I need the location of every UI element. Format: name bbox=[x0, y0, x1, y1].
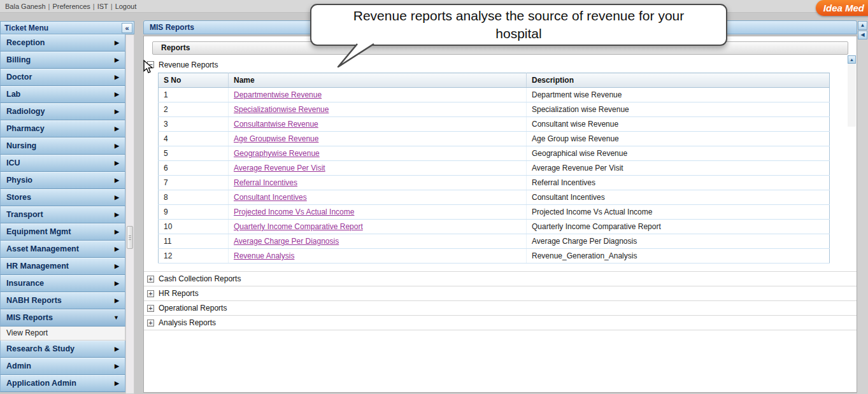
sidebar-item-hr-management[interactable]: HR Management▶ bbox=[0, 258, 125, 275]
cell-description: Average Charge Per Diagnosis bbox=[527, 234, 830, 249]
sidebar-item-equipment-mgmt[interactable]: Equipment Mgmt▶ bbox=[0, 223, 125, 241]
sidebar-item-application-admin[interactable]: Application Admin▶ bbox=[0, 375, 125, 392]
sidebar-item-label: Admin bbox=[6, 362, 31, 370]
sidebar-item-admin[interactable]: Admin▶ bbox=[0, 358, 125, 375]
section-cash-collection-reports[interactable]: +Cash Collection Reports bbox=[144, 272, 857, 286]
chevron-right-icon: ▶ bbox=[115, 125, 119, 132]
cell-description: Geographical wise Revenue bbox=[527, 146, 830, 161]
sidebar-item-label: Pharmacy bbox=[6, 124, 45, 133]
table-row: 12Revenue AnalysisRevenue_Generation_Ana… bbox=[159, 249, 830, 264]
chevron-right-icon: ▶ bbox=[115, 297, 119, 304]
chevron-right-icon: ▶ bbox=[115, 229, 119, 235]
sidebar-item-stores[interactable]: Stores▶ bbox=[0, 189, 125, 206]
chevron-right-icon: ▶ bbox=[115, 263, 119, 269]
report-link-consultantwise-revenue[interactable]: Consultantwise Revenue bbox=[234, 120, 318, 129]
sidebar-item-billing[interactable]: Billing▶ bbox=[0, 52, 125, 69]
chevron-right-icon: ▶ bbox=[115, 346, 119, 352]
expand-icon[interactable]: + bbox=[147, 290, 154, 297]
cell-description: Revenue_Generation_Analysis bbox=[527, 249, 830, 264]
sidebar-item-view-report[interactable]: View Report bbox=[0, 327, 125, 341]
cell-name: Projected Income Vs Actual Income bbox=[229, 205, 527, 220]
sidebar-item-radiology[interactable]: Radiology▶ bbox=[0, 103, 125, 120]
sidebar-item-label: Nursing bbox=[6, 141, 36, 150]
cell-sno: 9 bbox=[159, 205, 229, 220]
report-link-specializationwise-revenue[interactable]: Specializationwise Revenue bbox=[234, 105, 329, 114]
chevron-right-icon: ▶ bbox=[115, 108, 119, 115]
cell-name: Age Groupwise Revenue bbox=[229, 132, 527, 146]
scrollbar-thumb[interactable] bbox=[127, 226, 133, 249]
sidebar-item-label: HR Management bbox=[6, 262, 69, 271]
report-link-quarterly-income-comparative-report[interactable]: Quarterly Income Comparative Report bbox=[234, 222, 363, 231]
section-analysis-reports[interactable]: +Analysis Reports bbox=[144, 316, 857, 330]
cell-name: Quarterly Income Comparative Report bbox=[229, 220, 527, 234]
panel-scrollbar[interactable]: ▲ bbox=[848, 55, 856, 127]
report-link-average-charge-per-diagnosis[interactable]: Average Charge Per Diagnosis bbox=[234, 237, 339, 246]
topbar-link-logout[interactable]: Logout bbox=[115, 3, 137, 10]
chevron-right-icon: ▶ bbox=[115, 211, 119, 218]
sidebar-item-lab[interactable]: Lab▶ bbox=[0, 86, 125, 103]
sidebar-item-label: Radiology bbox=[6, 107, 45, 116]
report-link-projected-income-vs-actual-income[interactable]: Projected Income Vs Actual Income bbox=[234, 208, 354, 216]
sidebar-item-asset-management[interactable]: Asset Management▶ bbox=[0, 241, 125, 258]
scroll-up-button[interactable]: ▲ bbox=[858, 21, 867, 30]
report-link-average-revenue-per-visit[interactable]: Average Revenue Per Visit bbox=[234, 164, 325, 172]
sidebar-header: Ticket Menu « bbox=[0, 21, 134, 34]
sidebar-item-physio[interactable]: Physio▶ bbox=[0, 172, 125, 189]
topbar-link-ist[interactable]: IST bbox=[97, 3, 108, 10]
section-operational-reports[interactable]: +Operational Reports bbox=[144, 301, 857, 316]
cell-name: Consultantwise Revenue bbox=[229, 117, 527, 132]
cell-name: Referral Incentives bbox=[229, 176, 527, 190]
report-link-geographywise-revenue[interactable]: Geographywise Revenue bbox=[234, 149, 320, 158]
sidebar-item-transport[interactable]: Transport▶ bbox=[0, 206, 125, 223]
sidebar-item-label: Transport bbox=[6, 210, 43, 219]
sidebar-item-icu[interactable]: ICU▶ bbox=[0, 155, 125, 172]
chevron-right-icon: ▶ bbox=[115, 91, 119, 97]
sidebar-item-doctor[interactable]: Doctor▶ bbox=[0, 69, 125, 86]
panel-collapse-button[interactable]: ◀ bbox=[858, 31, 867, 39]
sidebar-item-mis-reports[interactable]: MIS Reports▼ bbox=[0, 309, 125, 327]
sidebar-item-label: Billing bbox=[6, 55, 31, 64]
col-header-description: Description bbox=[527, 73, 830, 88]
report-link-revenue-analysis[interactable]: Revenue Analysis bbox=[234, 251, 294, 260]
col-header-sno: S No bbox=[159, 73, 229, 88]
scroll-up-button[interactable]: ▲ bbox=[848, 55, 856, 64]
expand-icon[interactable]: + bbox=[147, 305, 154, 312]
sidebar-scrollbar[interactable] bbox=[125, 34, 134, 394]
sidebar-item-label: Research & Study bbox=[6, 344, 75, 353]
section-hr-reports[interactable]: +HR Reports bbox=[144, 286, 857, 301]
table-row: 1Departmentwise RevenueDepartment wise R… bbox=[159, 88, 830, 102]
report-link-departmentwise-revenue[interactable]: Departmentwise Revenue bbox=[234, 90, 322, 99]
table-row: 5Geographywise RevenueGeographical wise … bbox=[159, 146, 830, 161]
collapsed-sections: +Cash Collection Reports+HR Reports+Oper… bbox=[144, 271, 857, 330]
sidebar-collapse-button[interactable]: « bbox=[122, 23, 132, 33]
table-row: 6Average Revenue Per VisitAverage Revenu… bbox=[159, 161, 830, 176]
callout-bubble: Revenue reports analyse the source of re… bbox=[310, 4, 727, 46]
chevron-right-icon: ▶ bbox=[115, 57, 119, 63]
section-label: Revenue Reports bbox=[159, 60, 218, 69]
expand-icon[interactable]: + bbox=[147, 320, 154, 327]
report-link-age-groupwise-revenue[interactable]: Age Groupwise Revenue bbox=[234, 134, 318, 143]
callout-tail bbox=[336, 43, 376, 67]
cell-description: Quarterly Income Comparative Report bbox=[527, 220, 830, 234]
sidebar-item-pharmacy[interactable]: Pharmacy▶ bbox=[0, 120, 125, 137]
sidebar-item-reception[interactable]: Reception▶ bbox=[0, 34, 125, 52]
cell-sno: 1 bbox=[159, 88, 229, 102]
sidebar-item-nabh-reports[interactable]: NABH Reports▶ bbox=[0, 292, 125, 309]
cell-description: Consultant Incentives bbox=[527, 190, 830, 205]
report-link-consultant-incentives[interactable]: Consultant Incentives bbox=[234, 193, 307, 202]
reports-table: S No Name Description 1Departmentwise Re… bbox=[158, 73, 830, 264]
report-link-referral-incentives[interactable]: Referral Incentives bbox=[234, 178, 297, 187]
sidebar-item-research-study[interactable]: Research & Study▶ bbox=[0, 341, 125, 358]
sidebar-item-nursing[interactable]: Nursing▶ bbox=[0, 137, 125, 155]
topbar-links: Bala Ganesh|Preferences|IST|Logout bbox=[5, 3, 136, 10]
cell-description: Referral Incentives bbox=[527, 176, 830, 190]
cell-name: Specializationwise Revenue bbox=[229, 102, 527, 117]
sidebar-item-insurance[interactable]: Insurance▶ bbox=[0, 275, 125, 292]
section-revenue-reports[interactable]: − Revenue Reports bbox=[144, 57, 857, 72]
cell-name: Average Charge Per Diagnosis bbox=[229, 234, 527, 249]
section-label: HR Reports bbox=[159, 289, 199, 298]
sidebar-item-label: NABH Reports bbox=[6, 296, 62, 305]
table-row: 10Quarterly Income Comparative ReportQua… bbox=[159, 220, 830, 234]
expand-icon[interactable]: + bbox=[147, 276, 154, 283]
topbar-link-preferences[interactable]: Preferences bbox=[52, 3, 90, 10]
